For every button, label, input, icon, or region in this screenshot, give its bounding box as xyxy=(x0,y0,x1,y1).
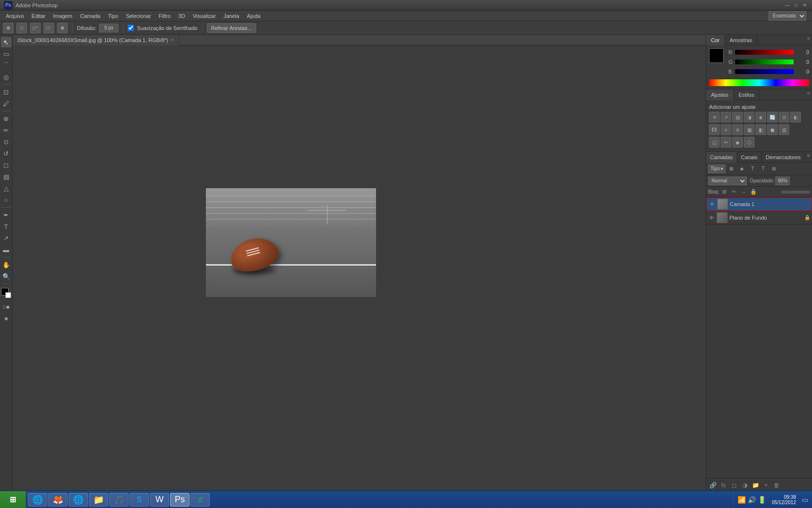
tab-amostras[interactable]: Amostras xyxy=(725,35,757,45)
menu-tipo[interactable]: Tipo xyxy=(104,11,122,21)
tab-demarcadores[interactable]: Demarcadores xyxy=(762,152,805,163)
adjust-extra-2[interactable]: ✏ xyxy=(721,137,731,148)
spot-heal-tool[interactable]: ⊕ xyxy=(1,113,12,124)
canvas-tab-close[interactable]: × xyxy=(171,37,174,43)
adjust-curves-icon[interactable]: ↗ xyxy=(721,112,731,122)
quick-select-tool[interactable]: ◎ xyxy=(1,72,12,82)
adjust-exposure-icon[interactable]: ◑ xyxy=(744,112,754,122)
camadas-panel-menu[interactable]: ≡ xyxy=(805,152,812,159)
layer-plano-fundo[interactable]: 👁 Plano de Fundo 🔒 xyxy=(706,211,812,224)
tray-volume[interactable]: 🔊 xyxy=(748,496,756,504)
intersect-selection-btn[interactable]: ⊗ xyxy=(57,23,68,33)
smoothing-checkbox[interactable] xyxy=(128,25,134,31)
screen-mode-btn[interactable]: ▣ xyxy=(1,313,12,324)
adjust-bw-icon[interactable]: ◐ xyxy=(790,112,801,122)
cor-panel-menu[interactable]: ≡ xyxy=(805,35,812,42)
minimize-button[interactable]: — xyxy=(784,2,791,9)
taskbar-media[interactable]: 🎵 xyxy=(109,493,129,507)
add-mask-btn[interactable]: ◻ xyxy=(729,480,739,490)
dodge-tool[interactable]: ○ xyxy=(1,194,12,205)
slider-b-track[interactable] xyxy=(735,69,794,74)
move-tool[interactable]: ↖ xyxy=(1,37,12,47)
adjust-channel-icon[interactable]: ≡ xyxy=(721,124,731,135)
layer-eye-plano-fundo[interactable]: 👁 xyxy=(708,214,715,221)
lock-position-btn[interactable]: ✏ xyxy=(730,188,739,196)
workspace-select[interactable]: Essenciais xyxy=(768,11,806,21)
adjust-hue-icon[interactable]: 🔄 xyxy=(767,112,778,122)
tray-battery[interactable]: 🔋 xyxy=(758,496,766,504)
tab-cor[interactable]: Cor xyxy=(706,35,725,45)
filter-kind-dropdown[interactable]: Tipo ▾ xyxy=(708,164,725,173)
tab-camadas[interactable]: Camadas xyxy=(706,152,737,163)
zoom-tool[interactable]: 🔍 xyxy=(1,271,12,282)
taskbar-skype[interactable]: S xyxy=(130,493,149,507)
new-layer-btn[interactable]: + xyxy=(761,480,771,490)
filter-adj-btn[interactable]: ◈ xyxy=(737,164,747,174)
adjust-gradient-icon[interactable]: ▥ xyxy=(779,124,789,135)
blur-tool[interactable]: △ xyxy=(1,183,12,194)
adjust-vibrance-icon[interactable]: ◈ xyxy=(755,112,766,122)
eraser-tool[interactable]: ◻ xyxy=(1,160,12,170)
adjust-selective-icon[interactable]: ◼ xyxy=(767,124,778,135)
opacity-slider[interactable] xyxy=(781,191,810,194)
add-selection-btn[interactable]: □⁺ xyxy=(30,23,41,33)
menu-imagem[interactable]: Imagem xyxy=(49,11,76,21)
filter-pixel-btn[interactable]: ⊠ xyxy=(726,164,736,174)
hand-tool[interactable]: ✋ xyxy=(1,259,12,270)
filter-shape-btn[interactable]: T xyxy=(758,164,768,174)
lock-move-btn[interactable]: ↔ xyxy=(740,188,748,196)
subtract-selection-btn[interactable]: □⁻ xyxy=(44,23,54,33)
menu-3d[interactable]: 3D xyxy=(174,11,189,21)
adjust-brightness-icon[interactable]: ☀ xyxy=(709,112,720,122)
menu-ajuda[interactable]: Ajuda xyxy=(243,11,264,21)
adjust-extra-3[interactable]: ◆ xyxy=(732,137,743,148)
menu-visualizar[interactable]: Visualizar xyxy=(189,11,220,21)
cor-spectrum[interactable] xyxy=(709,79,809,86)
refine-edges-button[interactable]: Refinar Arestas... xyxy=(207,23,256,33)
close-button[interactable]: ✕ xyxy=(801,2,808,9)
lasso-tool-option[interactable]: ⊕ xyxy=(3,23,14,33)
taskbar-spotify[interactable]: ♬ xyxy=(190,493,210,507)
lock-pixels-btn[interactable]: ⊠ xyxy=(720,188,729,196)
add-style-btn[interactable]: fx xyxy=(719,480,728,490)
new-selection-btn[interactable]: □ xyxy=(16,23,27,33)
cor-preview-swatch[interactable] xyxy=(709,48,724,63)
background-color[interactable] xyxy=(5,292,11,298)
tab-ajustes[interactable]: Ajustes xyxy=(706,90,734,100)
crop-tool[interactable]: ⊡ xyxy=(1,87,12,97)
taskbar-explorer[interactable]: 📁 xyxy=(89,493,108,507)
taskbar-browser[interactable]: 🌐 xyxy=(69,493,88,507)
opacity-input[interactable] xyxy=(775,177,790,185)
slider-g-track[interactable] xyxy=(735,60,794,64)
tab-estilos[interactable]: Estilos xyxy=(734,90,759,100)
taskbar-ie[interactable]: 🌐 xyxy=(28,493,47,507)
menu-camada[interactable]: Camada xyxy=(76,11,104,21)
taskbar-word[interactable]: W xyxy=(150,493,169,507)
adjust-invert-icon[interactable]: ⊖ xyxy=(732,124,743,135)
new-fill-btn[interactable]: ◑ xyxy=(740,480,750,490)
taskbar-photoshop-active[interactable]: Ps xyxy=(170,493,189,507)
diffusion-input[interactable] xyxy=(99,24,118,32)
adjust-photofilter-icon[interactable]: 🎞 xyxy=(709,124,720,135)
menu-filtro[interactable]: Filtro xyxy=(155,11,174,21)
tray-show-desktop[interactable]: ▭ xyxy=(802,496,808,504)
filter-smart-btn[interactable]: ⊞ xyxy=(769,164,779,174)
menu-editar[interactable]: Editar xyxy=(28,11,49,21)
shape-tool[interactable]: ▬ xyxy=(1,244,12,255)
tray-network[interactable]: 📶 xyxy=(738,496,746,504)
eyedropper-tool[interactable]: 🖊 xyxy=(1,98,12,109)
menu-arquivo[interactable]: Arquivo xyxy=(2,11,28,21)
canvas-tab[interactable]: iStock_000014026683XSmall.jpg @ 100% (Ca… xyxy=(13,35,179,45)
canvas-content[interactable] xyxy=(13,45,706,492)
menu-selecionar[interactable]: Selecionar xyxy=(122,11,155,21)
brush-tool[interactable]: ✏ xyxy=(1,125,12,135)
adjust-posterize-icon[interactable]: ▦ xyxy=(744,124,754,135)
pen-tool[interactable]: ✒ xyxy=(1,209,12,220)
lasso-tool[interactable]: ⌒ xyxy=(1,60,12,71)
new-group-btn[interactable]: 📁 xyxy=(751,480,760,490)
stamp-tool[interactable]: ⊙ xyxy=(1,136,12,147)
ajustes-panel-menu[interactable]: ≡ xyxy=(805,90,812,96)
gradient-tool[interactable]: ▤ xyxy=(1,171,12,182)
adjust-extra-1[interactable]: ◱ xyxy=(709,137,720,148)
filter-text-btn[interactable]: T xyxy=(748,164,757,174)
